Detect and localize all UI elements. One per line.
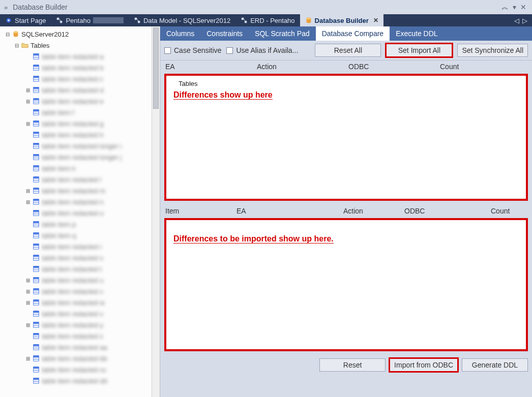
import-from-odbc-button[interactable]: Import from ODBC	[390, 358, 458, 372]
subtab-execute-ddl[interactable]: Execute DDL	[390, 26, 444, 41]
tree-node-icon	[33, 98, 40, 105]
tree-node-label: table item redacted t	[42, 265, 102, 273]
tree-item[interactable]: ⊞table item redacted m	[0, 185, 152, 196]
expander-icon[interactable]: ⊞	[25, 289, 31, 294]
case-sensitive-checkbox[interactable]: Case Sensitive	[164, 46, 221, 54]
tree-item[interactable]: ⊞table item redacted e	[0, 96, 152, 107]
subtab-constraints[interactable]: Constraints	[200, 26, 249, 41]
tab-label: ERD - Pentaho	[250, 17, 294, 24]
vertical-scrollbar[interactable]	[152, 26, 160, 397]
tab-nav-right-icon[interactable]: ▷	[521, 17, 529, 24]
tree-item[interactable]: table item redacted t	[0, 263, 152, 274]
tree-item[interactable]: ⊞table item redacted v	[0, 286, 152, 297]
tab-start-page[interactable]: Start Page	[0, 14, 51, 26]
tree-node-icon	[33, 120, 40, 127]
expander-icon[interactable]: ⊞	[25, 121, 31, 127]
tree-item[interactable]: table item redacted cc	[0, 364, 152, 375]
tree-item[interactable]: table item k	[0, 163, 152, 174]
tree-item[interactable]: table item redacted c	[0, 73, 152, 84]
tree-item[interactable]: table item redacted dd	[0, 375, 152, 386]
svg-rect-74	[34, 210, 39, 212]
tree-item[interactable]: table item redacted o	[0, 207, 152, 219]
tree-tables-folder[interactable]: ⊟Tables	[0, 40, 152, 51]
tree-item[interactable]: ⊞table item redacted g	[0, 118, 152, 129]
tree-item[interactable]: ⊞table item redacted n	[0, 196, 152, 207]
expander-icon[interactable]: ⊞	[25, 300, 31, 306]
chevron-up-icon[interactable]: ︽	[500, 3, 510, 12]
tree-node-icon	[33, 209, 40, 217]
tree-item[interactable]: table item redacted longer j	[0, 151, 152, 163]
tree-item[interactable]: table item redacted x	[0, 308, 152, 319]
expander-icon[interactable]: ⊞	[25, 278, 31, 283]
tree-node-label: table item redacted longer j	[42, 154, 122, 161]
subtab-database-compare[interactable]: Database Compare	[316, 26, 390, 41]
tree-node-icon	[33, 288, 40, 295]
tree-item[interactable]: table item redacted longer i	[0, 140, 152, 151]
tree-node-icon	[12, 30, 19, 38]
tab-pentaho[interactable]: Pentaho	[51, 14, 128, 26]
tree-node-icon	[33, 243, 40, 250]
tree-item[interactable]: table item redacted l	[0, 174, 152, 185]
scrollbar-thumb[interactable]	[153, 27, 159, 109]
tab-nav-left-icon[interactable]: ◁	[513, 17, 521, 24]
dropdown-icon[interactable]: ▾	[510, 3, 519, 11]
expander-icon[interactable]: ⊞	[25, 356, 31, 361]
right-pane: Columns Constraints SQL Scratch Pad Data…	[160, 26, 532, 397]
tree-node-icon	[33, 131, 40, 138]
expander-icon[interactable]: ⊞	[25, 188, 31, 194]
tab-close-icon[interactable]: ✕	[373, 17, 378, 24]
reset-all-button[interactable]: Reset All	[315, 44, 381, 57]
tree-item[interactable]: table item redacted b	[0, 62, 152, 73]
tree-node-icon	[33, 265, 40, 272]
tree-node-label: table item redacted b	[42, 64, 103, 72]
tab-erd[interactable]: ERD - Pentaho	[235, 14, 300, 26]
tree-node-icon	[33, 221, 40, 228]
expander-icon[interactable]: ⊟	[5, 32, 10, 37]
tree-node-label: table item f	[42, 109, 74, 116]
tree-item[interactable]: table item redacted a	[0, 51, 152, 62]
gear-icon	[5, 17, 12, 24]
expander-icon[interactable]: ⊞	[25, 322, 31, 328]
tree-root[interactable]: ⊟SQLServer2012	[0, 28, 152, 40]
tree-node-icon	[33, 254, 40, 261]
tree-item[interactable]: table item p	[0, 219, 152, 230]
close-icon[interactable]: ✕	[519, 3, 528, 11]
tree-item[interactable]: ⊞table item redacted bb	[0, 353, 152, 364]
tree-item[interactable]: table item redacted r	[0, 241, 152, 252]
tree-item[interactable]: table item f	[0, 107, 152, 118]
tree-item[interactable]: table item redacted s	[0, 252, 152, 263]
expander-icon[interactable]: ⊞	[25, 99, 31, 104]
subtab-columns[interactable]: Columns	[160, 26, 200, 41]
tree-item[interactable]: table item redacted aa	[0, 342, 152, 353]
tree-node-label: table item redacted dd	[42, 377, 107, 385]
tree-item[interactable]: table item redacted h	[0, 129, 152, 140]
svg-rect-2	[57, 18, 59, 20]
tree-node-label: table item redacted c	[42, 75, 103, 83]
svg-rect-38	[34, 110, 39, 111]
svg-rect-46	[34, 132, 39, 134]
reset-button[interactable]: Reset	[319, 358, 386, 372]
tab-database-builder[interactable]: Database Builder ✕	[300, 14, 383, 26]
tab-data-model[interactable]: Data Model - SQLServer2012	[129, 14, 235, 26]
tree-item[interactable]: ⊞table item redacted w	[0, 297, 152, 308]
subtab-scratchpad[interactable]: SQL Scratch Pad	[249, 26, 316, 41]
tree-item[interactable]: ⊞table item redacted d	[0, 84, 152, 96]
tree-item[interactable]: table item redacted z	[0, 330, 152, 342]
expander-icon[interactable]: ⊞	[25, 87, 31, 93]
tab-label: Start Page	[15, 17, 46, 24]
tree-item[interactable]: ⊞table item redacted u	[0, 274, 152, 286]
use-alias-checkbox[interactable]: Use Alias if Availa...	[226, 46, 298, 54]
svg-rect-98	[34, 278, 39, 279]
tree-node-icon	[33, 232, 40, 239]
expander-icon[interactable]: ⊟	[14, 43, 19, 48]
expander-icon[interactable]: ⊞	[25, 199, 31, 205]
tables-group-label: Tables	[179, 80, 519, 87]
tree[interactable]: ⊟SQLServer2012⊟Tablestable item redacted…	[0, 26, 152, 397]
set-import-all-button[interactable]: Set Import All	[386, 44, 452, 57]
generate-ddl-button[interactable]: Generate DDL	[462, 358, 528, 372]
chevron-expand-icon[interactable]: »	[4, 4, 8, 11]
tree-item[interactable]: ⊞table item redacted y	[0, 319, 152, 330]
set-synchronize-all-button[interactable]: Set Synchronize All	[457, 44, 528, 57]
tree-node-label: table item redacted d	[42, 86, 103, 94]
tree-item[interactable]: table item q	[0, 230, 152, 241]
